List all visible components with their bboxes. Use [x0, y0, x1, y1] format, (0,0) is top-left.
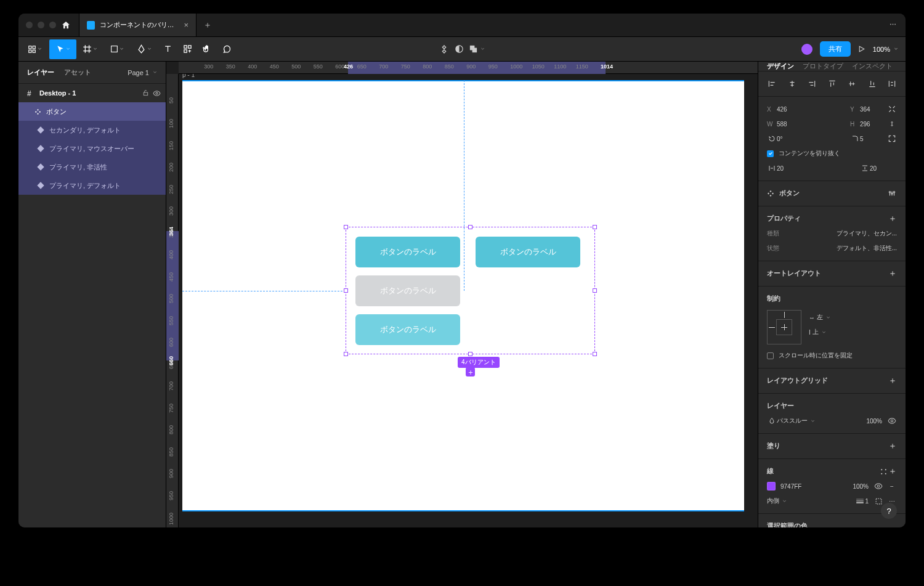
stroke-title: 線: [767, 466, 774, 476]
variant-icon: [37, 145, 44, 152]
home-tab[interactable]: [52, 14, 79, 36]
svg-rect-2: [28, 50, 31, 52]
align-top-icon[interactable]: [827, 79, 837, 89]
constraints-title: 制約: [767, 294, 780, 303]
artboard[interactable]: ボタンのラベル ボタンのラベル ボタンのラベル ボタンのラベル 4バリアント ＋: [182, 80, 744, 511]
stroke-opacity[interactable]: 100%: [853, 483, 869, 490]
h-input[interactable]: 296: [860, 121, 887, 128]
tab-layers[interactable]: レイヤー: [27, 68, 54, 77]
tab-assets[interactable]: アセット: [64, 68, 91, 77]
eye-icon[interactable]: [873, 481, 883, 491]
variant-row[interactable]: プライマリ, 非活性: [18, 158, 166, 176]
align-hcenter-icon[interactable]: [787, 79, 797, 89]
align-vcenter-icon[interactable]: [847, 79, 857, 89]
variant-row[interactable]: プライマリ, マウスオーバー: [18, 139, 166, 158]
add-grid-button[interactable]: ＋: [888, 375, 897, 386]
pad-h-input[interactable]: 20: [777, 165, 804, 172]
svg-point-21: [877, 485, 880, 487]
frame-tool[interactable]: [76, 39, 103, 59]
prop-state-value[interactable]: デフォルト、非活性...: [837, 244, 897, 253]
page-selector[interactable]: Page 1: [128, 69, 157, 76]
share-button[interactable]: 共有: [820, 41, 851, 57]
new-tab-button[interactable]: ＋: [197, 14, 219, 36]
zoom-control[interactable]: 100%: [873, 46, 898, 53]
move-tool[interactable]: [49, 39, 76, 59]
variant-button[interactable]: ボタンのラベル: [355, 314, 460, 345]
add-fill-button[interactable]: ＋: [888, 441, 897, 452]
constrain-icon[interactable]: [887, 119, 897, 129]
independent-corners-icon[interactable]: [887, 134, 897, 144]
stroke-swatch[interactable]: [767, 482, 776, 490]
close-icon[interactable]: ×: [184, 20, 188, 30]
eye-icon[interactable]: [153, 89, 161, 97]
align-left-icon[interactable]: [767, 79, 777, 89]
hand-tool[interactable]: [197, 39, 217, 59]
clip-checkbox[interactable]: [767, 150, 774, 157]
help-button[interactable]: ?: [881, 503, 897, 519]
avatar[interactable]: [800, 43, 814, 56]
radius-input[interactable]: 5: [860, 136, 887, 142]
canvas-viewport[interactable]: 3003504004505005506006507007508008509009…: [166, 62, 758, 527]
variant-row[interactable]: プライマリ, デフォルト: [18, 176, 166, 195]
frame-row[interactable]: Desktop - 1: [18, 84, 166, 102]
pen-tool[interactable]: [131, 39, 158, 59]
w-input[interactable]: 588: [777, 121, 804, 128]
component-set[interactable]: ボタンのラベル ボタンのラベル ボタンのラベル ボタンのラベル: [346, 227, 595, 354]
mask-icon[interactable]: [454, 44, 464, 54]
y-input[interactable]: 364: [860, 106, 887, 113]
stroke-weight-icon: [855, 496, 865, 506]
remove-icon[interactable]: −: [887, 481, 897, 491]
add-autolayout-button[interactable]: ＋: [888, 268, 897, 279]
layer-opacity[interactable]: 100%: [866, 418, 882, 425]
stroke-hex[interactable]: 9747FF: [780, 483, 801, 490]
per-side-icon[interactable]: [873, 496, 883, 506]
svg-point-18: [885, 469, 886, 470]
settings-icon[interactable]: [887, 189, 897, 198]
rotation-input[interactable]: 0°: [777, 136, 804, 142]
main-toolbar: 共有 100%: [18, 37, 906, 62]
align-right-icon[interactable]: [807, 79, 817, 89]
pad-v-icon: [860, 163, 870, 173]
shape-tool[interactable]: [103, 39, 131, 59]
svg-point-14: [891, 193, 893, 194]
tidy-icon[interactable]: [887, 79, 897, 89]
tab-inspect[interactable]: インスペクト: [852, 62, 893, 71]
add-stroke-button[interactable]: ＋: [888, 466, 897, 477]
component-row[interactable]: ボタン: [18, 102, 166, 121]
add-property-button[interactable]: ＋: [888, 213, 897, 224]
svg-rect-7: [184, 50, 186, 52]
lock-icon[interactable]: [142, 89, 149, 97]
resources-tool[interactable]: [177, 39, 197, 59]
style-icon[interactable]: [878, 466, 888, 476]
component-icon[interactable]: [439, 44, 449, 54]
tab-prototype[interactable]: プロトタイプ: [803, 62, 843, 71]
component-name: ボタン: [779, 189, 800, 198]
text-tool[interactable]: [158, 39, 177, 59]
variant-button[interactable]: ボタンのラベル: [355, 275, 460, 306]
add-variant-button[interactable]: ＋: [466, 367, 475, 376]
variant-button[interactable]: ボタンのラベル: [355, 237, 460, 267]
boolean-icon[interactable]: [469, 44, 485, 54]
frame-label: p - 1: [182, 74, 195, 78]
x-input[interactable]: 426: [777, 106, 804, 113]
figma-menu[interactable]: [21, 39, 48, 59]
variant-row[interactable]: セカンダリ, デフォルト: [18, 121, 166, 139]
comment-tool[interactable]: [217, 39, 237, 59]
present-icon[interactable]: [857, 44, 867, 54]
stroke-pos[interactable]: 内側: [767, 497, 779, 505]
align-to-px-icon[interactable]: [887, 104, 897, 114]
menu-icon[interactable]: ⋯: [881, 14, 906, 36]
file-tab[interactable]: コンポーネントのバリアント ×: [79, 14, 197, 36]
constraint-widget[interactable]: [767, 310, 801, 344]
blend-mode[interactable]: パススルー: [777, 417, 808, 425]
eye-icon[interactable]: [887, 416, 897, 426]
prop-kind-value[interactable]: プライマリ、セカン...: [837, 229, 897, 238]
tab-design[interactable]: デザイン: [767, 62, 794, 71]
stroke-weight[interactable]: 1: [865, 498, 869, 505]
constraint-v[interactable]: I 上: [809, 325, 830, 340]
variant-button[interactable]: ボタンのラベル: [476, 237, 580, 267]
fix-checkbox[interactable]: [767, 352, 774, 359]
align-bottom-icon[interactable]: [867, 79, 877, 89]
pad-v-input[interactable]: 20: [870, 165, 897, 172]
constraint-h[interactable]: ↔ 左: [809, 310, 830, 325]
